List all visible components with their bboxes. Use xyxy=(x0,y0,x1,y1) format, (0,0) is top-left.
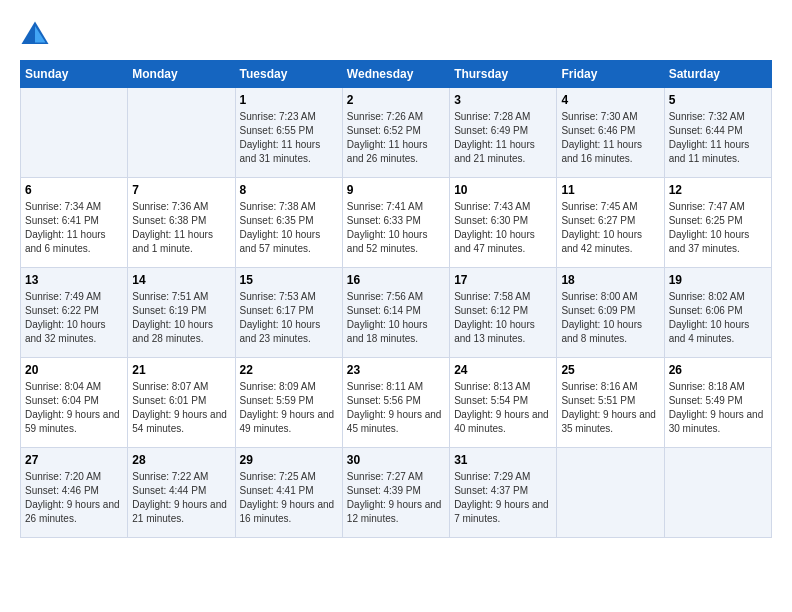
day-info: Sunrise: 8:18 AM Sunset: 5:49 PM Dayligh… xyxy=(669,380,767,436)
day-number: 29 xyxy=(240,453,338,467)
week-row-4: 20Sunrise: 8:04 AM Sunset: 6:04 PM Dayli… xyxy=(21,358,772,448)
day-number: 4 xyxy=(561,93,659,107)
day-info: Sunrise: 7:56 AM Sunset: 6:14 PM Dayligh… xyxy=(347,290,445,346)
calendar-cell: 10Sunrise: 7:43 AM Sunset: 6:30 PM Dayli… xyxy=(450,178,557,268)
day-number: 6 xyxy=(25,183,123,197)
calendar-cell: 13Sunrise: 7:49 AM Sunset: 6:22 PM Dayli… xyxy=(21,268,128,358)
day-info: Sunrise: 8:11 AM Sunset: 5:56 PM Dayligh… xyxy=(347,380,445,436)
calendar-cell: 12Sunrise: 7:47 AM Sunset: 6:25 PM Dayli… xyxy=(664,178,771,268)
day-number: 8 xyxy=(240,183,338,197)
day-number: 18 xyxy=(561,273,659,287)
day-number: 26 xyxy=(669,363,767,377)
calendar-cell: 18Sunrise: 8:00 AM Sunset: 6:09 PM Dayli… xyxy=(557,268,664,358)
logo xyxy=(20,20,54,50)
calendar-cell: 9Sunrise: 7:41 AM Sunset: 6:33 PM Daylig… xyxy=(342,178,449,268)
week-row-3: 13Sunrise: 7:49 AM Sunset: 6:22 PM Dayli… xyxy=(21,268,772,358)
calendar-cell xyxy=(21,88,128,178)
day-info: Sunrise: 7:34 AM Sunset: 6:41 PM Dayligh… xyxy=(25,200,123,256)
calendar-cell: 31Sunrise: 7:29 AM Sunset: 4:37 PM Dayli… xyxy=(450,448,557,538)
day-info: Sunrise: 7:51 AM Sunset: 6:19 PM Dayligh… xyxy=(132,290,230,346)
calendar-cell: 6Sunrise: 7:34 AM Sunset: 6:41 PM Daylig… xyxy=(21,178,128,268)
day-number: 15 xyxy=(240,273,338,287)
day-info: Sunrise: 8:09 AM Sunset: 5:59 PM Dayligh… xyxy=(240,380,338,436)
day-number: 27 xyxy=(25,453,123,467)
day-info: Sunrise: 7:45 AM Sunset: 6:27 PM Dayligh… xyxy=(561,200,659,256)
calendar-cell: 17Sunrise: 7:58 AM Sunset: 6:12 PM Dayli… xyxy=(450,268,557,358)
day-info: Sunrise: 7:29 AM Sunset: 4:37 PM Dayligh… xyxy=(454,470,552,526)
calendar-cell: 16Sunrise: 7:56 AM Sunset: 6:14 PM Dayli… xyxy=(342,268,449,358)
day-number: 5 xyxy=(669,93,767,107)
day-info: Sunrise: 7:58 AM Sunset: 6:12 PM Dayligh… xyxy=(454,290,552,346)
calendar-cell: 20Sunrise: 8:04 AM Sunset: 6:04 PM Dayli… xyxy=(21,358,128,448)
calendar-cell: 4Sunrise: 7:30 AM Sunset: 6:46 PM Daylig… xyxy=(557,88,664,178)
day-header-saturday: Saturday xyxy=(664,61,771,88)
day-info: Sunrise: 8:04 AM Sunset: 6:04 PM Dayligh… xyxy=(25,380,123,436)
day-info: Sunrise: 7:53 AM Sunset: 6:17 PM Dayligh… xyxy=(240,290,338,346)
calendar-cell: 14Sunrise: 7:51 AM Sunset: 6:19 PM Dayli… xyxy=(128,268,235,358)
calendar-cell: 5Sunrise: 7:32 AM Sunset: 6:44 PM Daylig… xyxy=(664,88,771,178)
day-info: Sunrise: 7:28 AM Sunset: 6:49 PM Dayligh… xyxy=(454,110,552,166)
calendar-cell: 24Sunrise: 8:13 AM Sunset: 5:54 PM Dayli… xyxy=(450,358,557,448)
day-number: 20 xyxy=(25,363,123,377)
calendar-cell: 25Sunrise: 8:16 AM Sunset: 5:51 PM Dayli… xyxy=(557,358,664,448)
day-info: Sunrise: 7:47 AM Sunset: 6:25 PM Dayligh… xyxy=(669,200,767,256)
day-header-wednesday: Wednesday xyxy=(342,61,449,88)
day-number: 30 xyxy=(347,453,445,467)
day-info: Sunrise: 7:25 AM Sunset: 4:41 PM Dayligh… xyxy=(240,470,338,526)
calendar-cell xyxy=(557,448,664,538)
day-number: 25 xyxy=(561,363,659,377)
calendar-cell: 19Sunrise: 8:02 AM Sunset: 6:06 PM Dayli… xyxy=(664,268,771,358)
calendar-cell: 22Sunrise: 8:09 AM Sunset: 5:59 PM Dayli… xyxy=(235,358,342,448)
calendar-cell: 29Sunrise: 7:25 AM Sunset: 4:41 PM Dayli… xyxy=(235,448,342,538)
calendar-cell xyxy=(128,88,235,178)
day-info: Sunrise: 8:02 AM Sunset: 6:06 PM Dayligh… xyxy=(669,290,767,346)
day-number: 19 xyxy=(669,273,767,287)
calendar-cell: 15Sunrise: 7:53 AM Sunset: 6:17 PM Dayli… xyxy=(235,268,342,358)
calendar-cell xyxy=(664,448,771,538)
calendar-cell: 27Sunrise: 7:20 AM Sunset: 4:46 PM Dayli… xyxy=(21,448,128,538)
week-row-5: 27Sunrise: 7:20 AM Sunset: 4:46 PM Dayli… xyxy=(21,448,772,538)
calendar-cell: 23Sunrise: 8:11 AM Sunset: 5:56 PM Dayli… xyxy=(342,358,449,448)
week-row-2: 6Sunrise: 7:34 AM Sunset: 6:41 PM Daylig… xyxy=(21,178,772,268)
day-info: Sunrise: 7:32 AM Sunset: 6:44 PM Dayligh… xyxy=(669,110,767,166)
day-info: Sunrise: 7:26 AM Sunset: 6:52 PM Dayligh… xyxy=(347,110,445,166)
day-info: Sunrise: 8:13 AM Sunset: 5:54 PM Dayligh… xyxy=(454,380,552,436)
day-number: 11 xyxy=(561,183,659,197)
calendar-cell: 11Sunrise: 7:45 AM Sunset: 6:27 PM Dayli… xyxy=(557,178,664,268)
day-number: 13 xyxy=(25,273,123,287)
day-info: Sunrise: 7:36 AM Sunset: 6:38 PM Dayligh… xyxy=(132,200,230,256)
day-number: 1 xyxy=(240,93,338,107)
day-number: 24 xyxy=(454,363,552,377)
week-row-1: 1Sunrise: 7:23 AM Sunset: 6:55 PM Daylig… xyxy=(21,88,772,178)
day-number: 14 xyxy=(132,273,230,287)
day-number: 9 xyxy=(347,183,445,197)
day-number: 28 xyxy=(132,453,230,467)
calendar-cell: 1Sunrise: 7:23 AM Sunset: 6:55 PM Daylig… xyxy=(235,88,342,178)
page-header xyxy=(20,20,772,50)
day-header-monday: Monday xyxy=(128,61,235,88)
day-header-friday: Friday xyxy=(557,61,664,88)
days-header-row: SundayMondayTuesdayWednesdayThursdayFrid… xyxy=(21,61,772,88)
day-info: Sunrise: 7:38 AM Sunset: 6:35 PM Dayligh… xyxy=(240,200,338,256)
day-number: 3 xyxy=(454,93,552,107)
calendar-table: SundayMondayTuesdayWednesdayThursdayFrid… xyxy=(20,60,772,538)
day-header-thursday: Thursday xyxy=(450,61,557,88)
day-info: Sunrise: 8:07 AM Sunset: 6:01 PM Dayligh… xyxy=(132,380,230,436)
calendar-cell: 26Sunrise: 8:18 AM Sunset: 5:49 PM Dayli… xyxy=(664,358,771,448)
day-info: Sunrise: 7:27 AM Sunset: 4:39 PM Dayligh… xyxy=(347,470,445,526)
day-info: Sunrise: 7:43 AM Sunset: 6:30 PM Dayligh… xyxy=(454,200,552,256)
day-number: 16 xyxy=(347,273,445,287)
calendar-cell: 8Sunrise: 7:38 AM Sunset: 6:35 PM Daylig… xyxy=(235,178,342,268)
day-number: 7 xyxy=(132,183,230,197)
day-info: Sunrise: 7:22 AM Sunset: 4:44 PM Dayligh… xyxy=(132,470,230,526)
day-number: 12 xyxy=(669,183,767,197)
day-number: 21 xyxy=(132,363,230,377)
day-number: 10 xyxy=(454,183,552,197)
calendar-cell: 28Sunrise: 7:22 AM Sunset: 4:44 PM Dayli… xyxy=(128,448,235,538)
day-number: 17 xyxy=(454,273,552,287)
day-info: Sunrise: 8:00 AM Sunset: 6:09 PM Dayligh… xyxy=(561,290,659,346)
day-header-tuesday: Tuesday xyxy=(235,61,342,88)
day-info: Sunrise: 7:49 AM Sunset: 6:22 PM Dayligh… xyxy=(25,290,123,346)
day-number: 31 xyxy=(454,453,552,467)
day-info: Sunrise: 7:41 AM Sunset: 6:33 PM Dayligh… xyxy=(347,200,445,256)
